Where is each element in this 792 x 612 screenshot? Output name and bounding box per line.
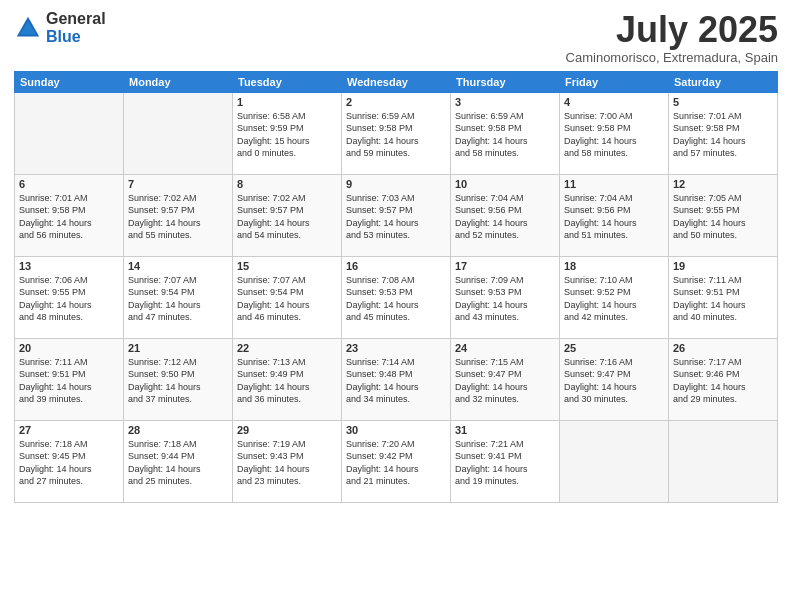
day-number: 13: [19, 260, 119, 272]
day-number: 12: [673, 178, 773, 190]
week-row-3: 13Sunrise: 7:06 AM Sunset: 9:55 PM Dayli…: [15, 256, 778, 338]
weekday-header-monday: Monday: [124, 71, 233, 92]
logo-icon: [14, 14, 42, 42]
location: Caminomorisco, Extremadura, Spain: [566, 50, 778, 65]
calendar-cell: 29Sunrise: 7:19 AM Sunset: 9:43 PM Dayli…: [233, 420, 342, 502]
day-number: 25: [564, 342, 664, 354]
day-info: Sunrise: 7:18 AM Sunset: 9:44 PM Dayligh…: [128, 438, 228, 488]
calendar-cell: 14Sunrise: 7:07 AM Sunset: 9:54 PM Dayli…: [124, 256, 233, 338]
day-number: 1: [237, 96, 337, 108]
page: General Blue July 2025 Caminomorisco, Ex…: [0, 0, 792, 612]
day-number: 18: [564, 260, 664, 272]
day-number: 19: [673, 260, 773, 272]
day-info: Sunrise: 7:05 AM Sunset: 9:55 PM Dayligh…: [673, 192, 773, 242]
day-info: Sunrise: 7:16 AM Sunset: 9:47 PM Dayligh…: [564, 356, 664, 406]
day-number: 5: [673, 96, 773, 108]
day-number: 26: [673, 342, 773, 354]
calendar-cell: [124, 92, 233, 174]
day-number: 8: [237, 178, 337, 190]
day-info: Sunrise: 6:59 AM Sunset: 9:58 PM Dayligh…: [455, 110, 555, 160]
week-row-2: 6Sunrise: 7:01 AM Sunset: 9:58 PM Daylig…: [15, 174, 778, 256]
calendar-cell: 10Sunrise: 7:04 AM Sunset: 9:56 PM Dayli…: [451, 174, 560, 256]
day-number: 15: [237, 260, 337, 272]
day-info: Sunrise: 7:14 AM Sunset: 9:48 PM Dayligh…: [346, 356, 446, 406]
day-info: Sunrise: 7:12 AM Sunset: 9:50 PM Dayligh…: [128, 356, 228, 406]
day-info: Sunrise: 7:11 AM Sunset: 9:51 PM Dayligh…: [673, 274, 773, 324]
day-number: 17: [455, 260, 555, 272]
day-info: Sunrise: 7:10 AM Sunset: 9:52 PM Dayligh…: [564, 274, 664, 324]
week-row-4: 20Sunrise: 7:11 AM Sunset: 9:51 PM Dayli…: [15, 338, 778, 420]
day-info: Sunrise: 7:19 AM Sunset: 9:43 PM Dayligh…: [237, 438, 337, 488]
weekday-header-sunday: Sunday: [15, 71, 124, 92]
title-block: July 2025 Caminomorisco, Extremadura, Sp…: [566, 10, 778, 65]
day-number: 14: [128, 260, 228, 272]
day-info: Sunrise: 7:03 AM Sunset: 9:57 PM Dayligh…: [346, 192, 446, 242]
calendar-cell: 23Sunrise: 7:14 AM Sunset: 9:48 PM Dayli…: [342, 338, 451, 420]
day-number: 30: [346, 424, 446, 436]
calendar-cell: 3Sunrise: 6:59 AM Sunset: 9:58 PM Daylig…: [451, 92, 560, 174]
day-number: 16: [346, 260, 446, 272]
day-info: Sunrise: 7:07 AM Sunset: 9:54 PM Dayligh…: [237, 274, 337, 324]
calendar-cell: 16Sunrise: 7:08 AM Sunset: 9:53 PM Dayli…: [342, 256, 451, 338]
day-number: 27: [19, 424, 119, 436]
calendar-cell: 21Sunrise: 7:12 AM Sunset: 9:50 PM Dayli…: [124, 338, 233, 420]
day-info: Sunrise: 7:02 AM Sunset: 9:57 PM Dayligh…: [128, 192, 228, 242]
day-number: 2: [346, 96, 446, 108]
calendar-cell: 9Sunrise: 7:03 AM Sunset: 9:57 PM Daylig…: [342, 174, 451, 256]
day-info: Sunrise: 7:02 AM Sunset: 9:57 PM Dayligh…: [237, 192, 337, 242]
day-number: 6: [19, 178, 119, 190]
day-info: Sunrise: 7:01 AM Sunset: 9:58 PM Dayligh…: [19, 192, 119, 242]
calendar-cell: 28Sunrise: 7:18 AM Sunset: 9:44 PM Dayli…: [124, 420, 233, 502]
calendar-cell: 7Sunrise: 7:02 AM Sunset: 9:57 PM Daylig…: [124, 174, 233, 256]
weekday-header-tuesday: Tuesday: [233, 71, 342, 92]
logo-blue-text: Blue: [46, 28, 106, 46]
weekday-header-wednesday: Wednesday: [342, 71, 451, 92]
calendar-cell: 13Sunrise: 7:06 AM Sunset: 9:55 PM Dayli…: [15, 256, 124, 338]
day-info: Sunrise: 7:11 AM Sunset: 9:51 PM Dayligh…: [19, 356, 119, 406]
calendar-cell: 18Sunrise: 7:10 AM Sunset: 9:52 PM Dayli…: [560, 256, 669, 338]
calendar: SundayMondayTuesdayWednesdayThursdayFrid…: [14, 71, 778, 503]
day-number: 31: [455, 424, 555, 436]
day-info: Sunrise: 7:07 AM Sunset: 9:54 PM Dayligh…: [128, 274, 228, 324]
day-number: 24: [455, 342, 555, 354]
day-info: Sunrise: 7:18 AM Sunset: 9:45 PM Dayligh…: [19, 438, 119, 488]
day-info: Sunrise: 7:00 AM Sunset: 9:58 PM Dayligh…: [564, 110, 664, 160]
day-number: 23: [346, 342, 446, 354]
calendar-cell: 12Sunrise: 7:05 AM Sunset: 9:55 PM Dayli…: [669, 174, 778, 256]
calendar-cell: 4Sunrise: 7:00 AM Sunset: 9:58 PM Daylig…: [560, 92, 669, 174]
day-number: 11: [564, 178, 664, 190]
calendar-cell: [15, 92, 124, 174]
day-info: Sunrise: 7:20 AM Sunset: 9:42 PM Dayligh…: [346, 438, 446, 488]
day-number: 10: [455, 178, 555, 190]
calendar-cell: 8Sunrise: 7:02 AM Sunset: 9:57 PM Daylig…: [233, 174, 342, 256]
day-info: Sunrise: 7:09 AM Sunset: 9:53 PM Dayligh…: [455, 274, 555, 324]
day-info: Sunrise: 7:08 AM Sunset: 9:53 PM Dayligh…: [346, 274, 446, 324]
weekday-header-friday: Friday: [560, 71, 669, 92]
calendar-cell: 27Sunrise: 7:18 AM Sunset: 9:45 PM Dayli…: [15, 420, 124, 502]
calendar-cell: 17Sunrise: 7:09 AM Sunset: 9:53 PM Dayli…: [451, 256, 560, 338]
day-number: 21: [128, 342, 228, 354]
calendar-cell: 24Sunrise: 7:15 AM Sunset: 9:47 PM Dayli…: [451, 338, 560, 420]
day-number: 22: [237, 342, 337, 354]
calendar-cell: 31Sunrise: 7:21 AM Sunset: 9:41 PM Dayli…: [451, 420, 560, 502]
calendar-cell: 2Sunrise: 6:59 AM Sunset: 9:58 PM Daylig…: [342, 92, 451, 174]
logo-text: General Blue: [46, 10, 106, 45]
calendar-cell: 11Sunrise: 7:04 AM Sunset: 9:56 PM Dayli…: [560, 174, 669, 256]
logo: General Blue: [14, 10, 106, 45]
day-number: 20: [19, 342, 119, 354]
calendar-cell: 20Sunrise: 7:11 AM Sunset: 9:51 PM Dayli…: [15, 338, 124, 420]
day-info: Sunrise: 7:13 AM Sunset: 9:49 PM Dayligh…: [237, 356, 337, 406]
day-number: 4: [564, 96, 664, 108]
day-number: 9: [346, 178, 446, 190]
day-info: Sunrise: 7:04 AM Sunset: 9:56 PM Dayligh…: [455, 192, 555, 242]
weekday-header-thursday: Thursday: [451, 71, 560, 92]
week-row-5: 27Sunrise: 7:18 AM Sunset: 9:45 PM Dayli…: [15, 420, 778, 502]
day-info: Sunrise: 6:59 AM Sunset: 9:58 PM Dayligh…: [346, 110, 446, 160]
day-info: Sunrise: 7:17 AM Sunset: 9:46 PM Dayligh…: [673, 356, 773, 406]
day-number: 29: [237, 424, 337, 436]
month-title: July 2025: [566, 10, 778, 50]
weekday-header-saturday: Saturday: [669, 71, 778, 92]
calendar-cell: 25Sunrise: 7:16 AM Sunset: 9:47 PM Dayli…: [560, 338, 669, 420]
calendar-cell: [560, 420, 669, 502]
day-number: 28: [128, 424, 228, 436]
